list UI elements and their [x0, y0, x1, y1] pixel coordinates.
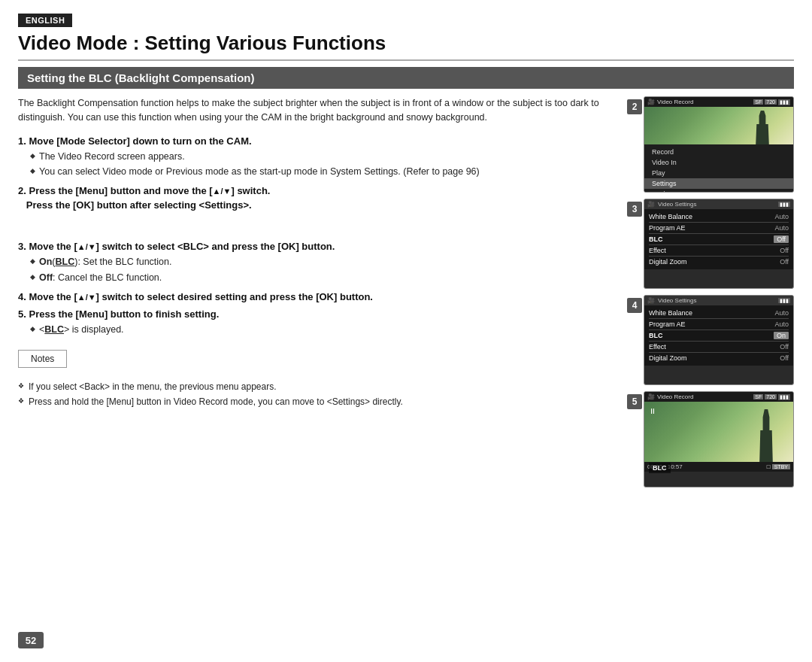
screen-5-blc-overlay: BLC: [649, 463, 671, 473]
step-5: 5. Press the [Menu] button to finish set…: [18, 308, 632, 337]
screen-5-num: 5: [627, 394, 642, 409]
section-header: Setting the BLC (Backlight Compensation): [18, 67, 794, 89]
screen-4-badges: ▮▮▮: [778, 297, 790, 304]
screen-2-video-icon: 🎥: [647, 99, 655, 105]
step-3-bullet-2: Off: Cancel the BLC function.: [30, 271, 632, 285]
step-4-heading: 4. Move the [▲/▼] switch to select desir…: [18, 291, 632, 302]
screen-3-bat: ▮▮▮: [778, 202, 790, 207]
screen-5-badge-sf: SF: [753, 394, 763, 399]
screen-3-num: 3: [627, 202, 642, 217]
step-3-bullets: On(BLC): Set the BLC function. Off: Canc…: [18, 255, 632, 285]
left-column: The Backlight Compensation function help…: [18, 96, 632, 487]
screen-3-header: 🎥 Video Settings ▮▮▮: [644, 199, 793, 209]
screen-2-menu-record: Record: [644, 147, 793, 157]
screen-3: 🎥 Video Settings ▮▮▮ White Balance Auto …: [644, 199, 794, 289]
screen-2-photo: [644, 107, 793, 144]
screen-5-badges: SF 720 ▮▮▮: [753, 394, 790, 400]
step-5-bullet-1: <BLC> is displayed.: [30, 323, 632, 337]
step-2-num: 2.: [18, 185, 26, 196]
step-1-bullet-2: You can select Video mode or Previous mo…: [30, 165, 632, 179]
step-3-heading: 3. Move the [▲/▼] switch to select <BLC>…: [18, 241, 632, 252]
intro-text: The Backlight Compensation function help…: [18, 96, 632, 125]
step-3: 3. Move the [▲/▼] switch to select <BLC>…: [18, 241, 632, 285]
screen-5-pause-icon: ⏸: [649, 407, 656, 415]
step-5-num: 5.: [18, 308, 26, 320]
language-badge: ENGLISH: [18, 14, 72, 27]
step-2-heading2: Press the [OK] button after selecting <S…: [18, 199, 632, 211]
screen-4-bat: ▮▮▮: [778, 298, 790, 303]
step-3-switch: ▲/▼: [77, 242, 96, 251]
screen-4-row-dzoom: Digital Zoom Off: [649, 353, 789, 363]
screen-5-badge-720: 720: [765, 394, 777, 399]
notes-label: Notes: [19, 351, 66, 367]
screen-4-row-ae: Program AE Auto: [649, 319, 789, 330]
screen-2-menu-settings: Settings: [644, 178, 793, 189]
screen-5-wrapper: 5 🎥 Video Record SF 720 ▮▮▮ ⏸: [644, 391, 794, 487]
step-1-bullet-1: The Video Record screen appears.: [30, 150, 632, 164]
screen-2-menu: Record Video In Play Settings Back: [644, 144, 793, 193]
right-column: 2 🎥 Video Record SF 720 ▮▮▮: [644, 96, 794, 487]
step-2-heading: 2. Press the [Menu] button and move the …: [18, 185, 632, 196]
screen-2-badge-720: 720: [765, 99, 777, 105]
screen-2-badges: SF 720 ▮▮▮: [753, 99, 790, 105]
screen-2-num: 2: [627, 99, 642, 114]
step-2-switch: ▲/▼: [213, 187, 232, 196]
content-area: The Backlight Compensation function help…: [18, 96, 794, 487]
screen-4-icon: 🎥: [647, 297, 655, 304]
screen-5-stby: □ STBY: [767, 463, 790, 470]
step-2: 2. Press the [Menu] button and move the …: [18, 185, 632, 235]
screen-2-menu-back: Back: [644, 189, 793, 193]
screen-3-title: Video Settings: [658, 201, 696, 208]
screen-3-row-wb: White Balance Auto: [649, 211, 789, 223]
step-1-bullets: The Video Record screen appears. You can…: [18, 150, 632, 180]
screen-3-row-dzoom: Digital Zoom Off: [649, 257, 789, 267]
footer-note-2: Press and hold the [Menu] button in Vide…: [18, 395, 632, 408]
footer-notes: If you select <Back> in the menu, the pr…: [18, 380, 632, 408]
screen-4: 🎥 Video Settings ▮▮▮ White Balance Auto …: [644, 295, 794, 385]
screen-2-topbar-text: Video Record: [657, 99, 693, 105]
screen-4-header: 🎥 Video Settings ▮▮▮: [644, 296, 793, 305]
screen-2-person: [754, 111, 771, 144]
screen-4-row-effect: Effect Off: [649, 342, 789, 353]
step-4: 4. Move the [▲/▼] switch to select desir…: [18, 291, 632, 302]
screen-5-person: [758, 409, 774, 462]
screen-5-topbar: 🎥 Video Record SF 720 ▮▮▮: [644, 392, 793, 402]
screen-2-topbar: 🎥 Video Record SF 720 ▮▮▮: [644, 97, 793, 107]
step-4-num: 4.: [18, 291, 26, 302]
screen-4-wrapper: 4 🎥 Video Settings ▮▮▮ White Balance Aut…: [644, 295, 794, 385]
screen-2-menu-videoin: Video In: [644, 157, 793, 168]
step-1: 1. Move [Mode Selector] down to turn on …: [18, 135, 632, 180]
screen-4-menu: White Balance Auto Program AE Auto BLC O…: [644, 305, 793, 366]
screen-4-title: Video Settings: [658, 297, 696, 304]
step-3-bullet-1: On(BLC): Set the BLC function.: [30, 255, 632, 269]
step-5-bullets: <BLC> is displayed.: [18, 323, 632, 337]
screen-5: 🎥 Video Record SF 720 ▮▮▮ ⏸: [644, 391, 794, 487]
screen-4-num: 4: [627, 298, 642, 313]
step-5-heading: 5. Press the [Menu] button to finish set…: [18, 308, 632, 320]
page: ENGLISH Video Mode : Setting Various Fun…: [0, 0, 812, 662]
screen-3-icon: 🎥: [647, 201, 655, 208]
screen-5-topbar-text: Video Record: [657, 393, 693, 400]
screen-2-badge-sf: SF: [753, 99, 763, 105]
screen-5-photo: [644, 402, 793, 462]
screen-4-row-blc: BLC On: [649, 330, 789, 342]
step-5-text: Press the [Menu] button to finish settin…: [29, 308, 219, 320]
screen-5-video-icon: 🎥: [647, 393, 655, 400]
screen-2-menu-play: Play: [644, 168, 793, 178]
page-number: 52: [18, 632, 44, 648]
screen-3-menu: White Balance Auto Program AE Auto BLC O…: [644, 209, 793, 269]
step-1-heading: 1. Move [Mode Selector] down to turn on …: [18, 135, 632, 147]
screen-2: 🎥 Video Record SF 720 ▮▮▮ Re: [644, 96, 794, 193]
screen-3-row-blc: BLC Off: [649, 234, 789, 245]
page-title: Video Mode : Setting Various Functions: [18, 32, 794, 61]
step-3-num: 3.: [18, 241, 26, 252]
screen-5-badge-bat: ▮▮▮: [778, 394, 790, 400]
step-1-text: Move [Mode Selector] down to turn on the…: [29, 135, 251, 147]
step-4-switch: ▲/▼: [77, 293, 96, 302]
screen-3-row-ae: Program AE Auto: [649, 223, 789, 234]
screen-4-row-wb: White Balance Auto: [649, 308, 789, 319]
screen-3-row-effect: Effect Off: [649, 245, 789, 257]
notes-box: Notes: [18, 350, 67, 368]
screen-2-wrapper: 2 🎥 Video Record SF 720 ▮▮▮: [644, 96, 794, 193]
step-1-num: 1.: [18, 135, 26, 147]
